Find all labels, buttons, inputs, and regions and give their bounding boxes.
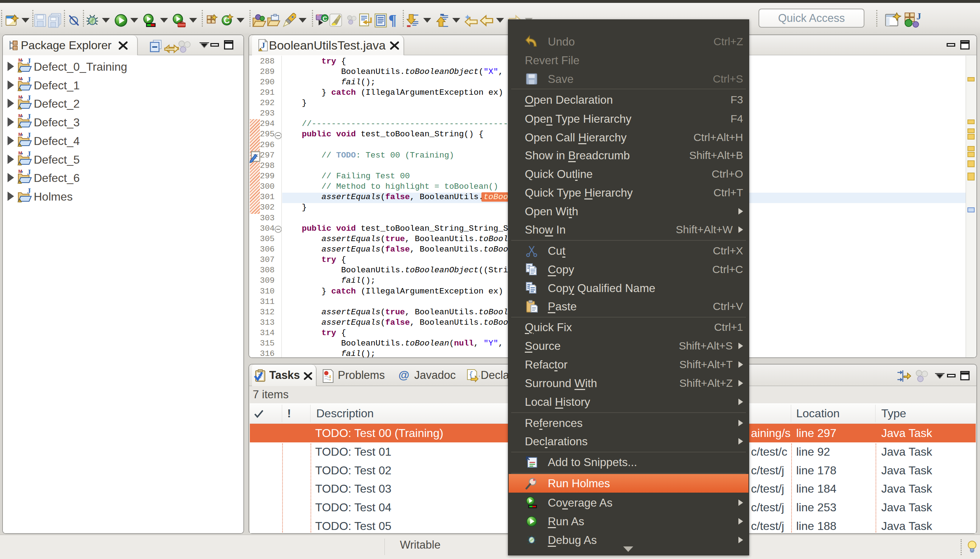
svg-text:J: J <box>27 95 31 102</box>
svg-text:!: ! <box>19 199 20 203</box>
svg-text:M: M <box>18 169 22 174</box>
svg-text:M: M <box>18 95 22 100</box>
svg-text:!: ! <box>260 48 261 51</box>
svg-text:M: M <box>18 132 22 137</box>
svg-text:M: M <box>18 58 22 63</box>
svg-text:J: J <box>261 41 265 50</box>
svg-text:J: J <box>917 12 921 22</box>
svg-text:C: C <box>323 15 327 22</box>
svg-text:M: M <box>18 113 22 118</box>
svg-text:!: ! <box>19 144 20 147</box>
svg-text:J: J <box>27 76 31 84</box>
svg-text:J: J <box>27 188 31 195</box>
svg-text:J: J <box>27 169 31 177</box>
svg-text:J: J <box>27 151 31 158</box>
svg-text:J: J <box>27 132 31 140</box>
svg-text:M: M <box>18 76 22 81</box>
svg-text:!: ! <box>19 88 20 92</box>
svg-text:!: ! <box>19 106 20 110</box>
svg-text:!: ! <box>19 180 20 184</box>
svg-text:J: J <box>27 58 31 65</box>
svg-text:!: ! <box>19 162 20 166</box>
svg-text:J: J <box>27 113 31 121</box>
svg-text:M: M <box>18 151 22 156</box>
svg-text:!: ! <box>19 69 20 73</box>
svg-text:{..: {.. <box>469 370 480 379</box>
svg-text:!: ! <box>19 125 20 129</box>
